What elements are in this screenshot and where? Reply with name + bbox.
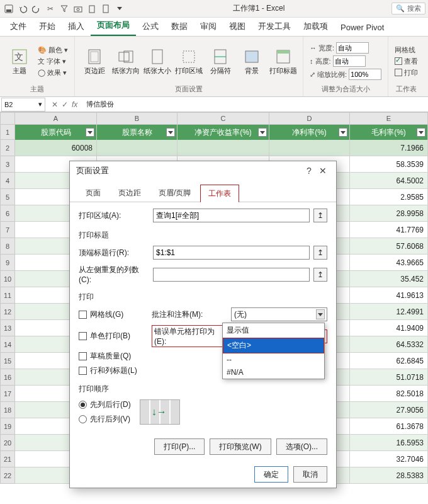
gridlines-print-check[interactable]: 打印 [393,67,419,78]
col-header-d[interactable]: D [269,112,350,125]
dialog-tab-headerfooter[interactable]: 页眉/页脚 [150,184,199,202]
row-number[interactable]: 12 [0,304,15,320]
row-number[interactable]: 2 [0,140,15,156]
range-select-icon[interactable]: ↥ [313,209,327,222]
row-number[interactable]: 6 [0,205,15,222]
tab-developer[interactable]: 开发工具 [252,17,297,36]
undo-icon[interactable] [16,3,29,15]
themes-button[interactable]: 文 主题 [5,39,34,83]
row-number[interactable]: 13 [0,320,15,336]
dialog-tab-page[interactable]: 页面 [77,184,109,202]
scissors-icon[interactable]: ✂ [44,3,57,15]
row-number[interactable]: 15 [0,353,15,369]
cell[interactable]: 28.9958 [350,205,428,222]
row-number[interactable]: 1 [0,125,15,140]
row-number[interactable]: 3 [0,156,15,173]
cell[interactable]: 12.4991 [350,304,428,320]
cell[interactable]: 32.7046 [350,451,428,467]
name-box[interactable]: B2▾ [1,98,45,112]
filter-dropdown-icon[interactable] [166,128,175,137]
cell[interactable]: 7.1966 [350,140,428,156]
cell[interactable]: 82.5018 [350,386,428,402]
row-number[interactable]: 11 [0,287,15,304]
cancel-icon[interactable]: ✕ [52,100,58,109]
tab-file[interactable]: 文件 [4,17,33,36]
range-select-icon[interactable]: ↥ [313,268,327,282]
gridlines-view-check[interactable]: 查看 [393,56,419,67]
tab-insert[interactable]: 插入 [62,17,91,36]
cell[interactable]: 62.6845 [350,353,428,369]
comments-select[interactable]: (无) [231,307,327,321]
colors-button[interactable]: 🎨颜色▾ [37,45,69,55]
close-icon[interactable]: ✕ [316,166,330,176]
preview-button[interactable]: 打印预览(W) [210,438,271,455]
cell[interactable] [97,140,177,156]
dropdown-item[interactable]: -- [223,353,324,366]
dialog-tab-margins[interactable]: 页边距 [110,184,149,202]
fx-icon[interactable]: fx [72,100,77,109]
cell[interactable]: 58.3539 [350,156,428,173]
cell[interactable]: 57.6068 [350,238,428,255]
scale-input[interactable] [349,69,381,80]
row-number[interactable]: 17 [0,386,15,402]
tab-home[interactable]: 开始 [33,17,62,36]
funnel-icon[interactable] [58,3,70,15]
dialog-tab-sheet[interactable]: 工作表 [200,185,239,202]
cell[interactable]: 41.9613 [350,287,428,304]
tab-data[interactable]: 数据 [165,17,194,36]
background-button[interactable]: 背景 [237,39,266,83]
print-button[interactable]: 打印(P)... [154,438,205,455]
cell[interactable]: 35.452 [350,271,428,287]
filter-dropdown-icon[interactable] [258,128,267,137]
chevron-down-icon[interactable] [113,3,126,15]
paste-icon[interactable] [86,3,98,15]
orientation-button[interactable]: 纸张方向 [111,39,140,83]
tab-powerpivot[interactable]: Power Pivot [334,19,390,36]
cell[interactable]: 27.9056 [350,402,428,418]
order-over-down-radio[interactable]: 先行后列(V) [79,414,131,425]
col-header-e[interactable]: E [350,112,428,125]
save-icon[interactable] [3,3,15,15]
col-header-c[interactable]: C [177,112,269,125]
row-number[interactable]: 22 [0,467,15,484]
formula-input[interactable]: 博信股份 [82,100,428,109]
row-number[interactable]: 4 [0,173,15,189]
gridlines-check[interactable]: 网格线(G) [79,309,148,320]
select-all-corner[interactable] [0,112,15,125]
breaks-button[interactable]: 分隔符 [206,39,235,83]
fonts-button[interactable]: 文字体▾ [37,56,69,67]
row-number[interactable]: 14 [0,336,15,353]
row-number[interactable]: 16 [0,369,15,386]
cell[interactable]: 43.9665 [350,255,428,271]
tab-view[interactable]: 视图 [223,17,252,36]
bw-check[interactable]: 单色打印(B) [79,331,148,341]
document-icon[interactable] [99,3,112,15]
margins-button[interactable]: 页边距 [80,39,109,83]
order-down-over-radio[interactable]: 先列后行(D) [79,399,131,410]
tab-review[interactable]: 审阅 [194,17,223,36]
tab-page-layout[interactable]: 页面布局 [91,16,136,36]
cell[interactable] [177,140,269,156]
cell[interactable]: 60008 [15,140,97,156]
cell[interactable]: 16.5953 [350,435,428,451]
row-number[interactable]: 21 [0,451,15,467]
row-number[interactable]: 18 [0,402,15,418]
help-button[interactable]: ? [302,166,316,176]
top-rows-input[interactable] [153,246,310,260]
filter-dropdown-icon[interactable] [339,128,347,137]
cell[interactable]: 2.9585 [350,189,428,205]
row-number[interactable]: 5 [0,189,15,205]
cell[interactable]: 41.7769 [350,222,428,238]
search-box[interactable]: 🔍 搜索 [391,3,425,14]
print-titles-button[interactable]: 打印标题 [269,39,298,83]
cell[interactable]: 61.3678 [350,418,428,435]
tab-addins[interactable]: 加载项 [297,17,334,36]
left-cols-input[interactable] [153,268,310,282]
redo-icon[interactable] [30,3,43,15]
range-select-icon[interactable]: ↥ [313,246,327,260]
row-number[interactable]: 10 [0,271,15,287]
cell[interactable]: 28.5383 [350,467,428,484]
cell[interactable]: 51.0718 [350,369,428,386]
ok-button[interactable]: 确定 [254,466,288,483]
print-area-input[interactable] [153,209,310,222]
